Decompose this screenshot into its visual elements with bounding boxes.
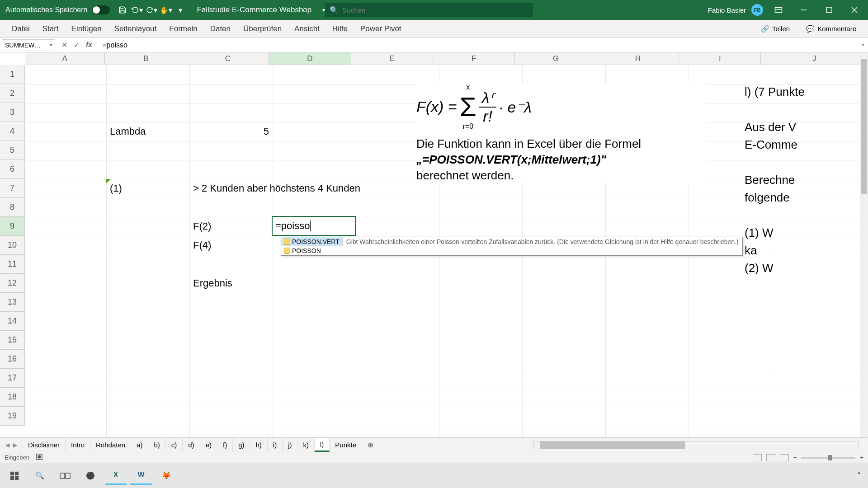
cell-C9[interactable]: F(2)	[189, 217, 273, 236]
horizontal-scrollbar[interactable]	[533, 441, 859, 449]
col-header-H[interactable]: H	[597, 52, 679, 65]
sheet-tab[interactable]: h)	[250, 438, 267, 452]
vertical-scrollbar[interactable]	[860, 52, 868, 437]
ribbon-tab-überprüfen[interactable]: Überprüfen	[237, 20, 288, 38]
formula-input[interactable]: =poisso	[99, 41, 858, 49]
touch-mode-icon[interactable]: ✋▾	[159, 3, 173, 17]
page-layout-icon[interactable]	[766, 454, 775, 461]
word-taskbar-icon[interactable]: W	[130, 467, 152, 485]
row-header-19[interactable]: 19	[0, 407, 24, 426]
ribbon-tab-datei[interactable]: Datei	[5, 20, 36, 38]
row-header-9[interactable]: 9	[0, 217, 24, 236]
col-header-J[interactable]: J	[761, 52, 868, 65]
expand-formula-icon[interactable]: ▾	[858, 42, 868, 48]
row-header-12[interactable]: 12	[0, 274, 24, 293]
row-header-15[interactable]: 15	[0, 331, 24, 350]
col-header-E[interactable]: E	[351, 52, 433, 65]
sheet-tab[interactable]: d)	[183, 438, 200, 452]
ribbon-tab-formeln[interactable]: Formeln	[163, 20, 203, 38]
cell-B4[interactable]: Lambda	[106, 122, 189, 141]
row-header-13[interactable]: 13	[0, 293, 24, 312]
editing-cell[interactable]: =poisso	[272, 216, 356, 236]
excel-taskbar-icon[interactable]: X	[105, 467, 127, 485]
autosave-toggle[interactable]: Automatisches Speichern	[0, 5, 115, 14]
cell-B7[interactable]: (1)	[106, 179, 189, 198]
row-header-11[interactable]: 11	[0, 255, 24, 274]
ribbon-options-icon[interactable]	[769, 1, 788, 19]
col-header-A[interactable]: A	[25, 52, 105, 65]
redo-icon[interactable]: ▾	[144, 3, 159, 17]
sheet-tab[interactable]: e)	[200, 438, 217, 452]
fx-icon[interactable]: fx	[86, 41, 92, 49]
firefox-taskbar-icon[interactable]: 🦊	[156, 467, 177, 485]
cell-C10[interactable]: F(4)	[189, 236, 273, 255]
toggle-icon[interactable]	[92, 5, 110, 14]
name-box[interactable]: SUMMEW… ▾	[2, 39, 55, 51]
row-header-3[interactable]: 3	[0, 103, 24, 122]
row-header-8[interactable]: 8	[0, 198, 24, 217]
next-sheet-icon[interactable]: ▶	[13, 442, 17, 448]
sheet-tab[interactable]: Intro	[66, 438, 90, 452]
cell-C4[interactable]: 5	[189, 122, 273, 141]
user-name[interactable]: Fabio Basler	[708, 6, 746, 14]
ribbon-tab-hilfe[interactable]: Hilfe	[326, 20, 354, 38]
close-icon[interactable]	[844, 1, 864, 19]
col-header-G[interactable]: G	[515, 52, 597, 65]
qat-dropdown-icon[interactable]: ▾	[173, 3, 188, 17]
cell-C7[interactable]: > 2 Kunden aber höchstens 4 Kunden	[189, 179, 439, 198]
sheet-tab[interactable]: b)	[148, 438, 165, 452]
zoom-slider[interactable]	[801, 457, 855, 459]
share-button[interactable]: 🔗Teilen	[755, 22, 796, 36]
col-header-B[interactable]: B	[105, 52, 187, 65]
sheet-tab[interactable]: Rohdaten	[90, 438, 131, 452]
autocomplete-item[interactable]: POISSON.VERT	[281, 237, 342, 246]
row-header-5[interactable]: 5	[0, 141, 24, 160]
start-button[interactable]	[4, 467, 25, 485]
macro-record-icon[interactable]	[36, 453, 43, 462]
row-header-18[interactable]: 18	[0, 388, 24, 407]
undo-icon[interactable]: ▾	[130, 3, 144, 17]
autocomplete-item[interactable]: POISSON	[281, 246, 742, 255]
row-header-7[interactable]: 7	[0, 179, 24, 198]
ribbon-tab-seitenlayout[interactable]: Seitenlayout	[108, 20, 163, 38]
col-header-F[interactable]: F	[433, 52, 515, 65]
sheet-tab[interactable]: a)	[131, 438, 148, 452]
row-header-16[interactable]: 16	[0, 350, 24, 369]
comments-button[interactable]: 💬Kommentare	[800, 22, 863, 36]
ribbon-tab-ansicht[interactable]: Ansicht	[288, 20, 326, 38]
search-input[interactable]	[342, 6, 528, 14]
cells-area[interactable]: Lambda5(1)> 2 Kunden aber höchstens 4 Ku…	[25, 65, 868, 463]
row-header-2[interactable]: 2	[0, 84, 24, 103]
scrollbar-thumb[interactable]	[540, 441, 685, 449]
sheet-tab[interactable]: i)	[268, 438, 283, 452]
sheet-tab[interactable]: c)	[166, 438, 183, 452]
search-taskbar-icon[interactable]: 🔍	[29, 467, 51, 485]
sheet-tab[interactable]: Disclaimer	[23, 438, 66, 452]
page-break-icon[interactable]	[780, 454, 789, 461]
col-header-D[interactable]: D	[269, 52, 351, 65]
cell-C12[interactable]: Ergebnis	[189, 274, 273, 293]
accept-formula-icon[interactable]: ✓	[74, 41, 80, 49]
row-header-14[interactable]: 14	[0, 312, 24, 331]
normal-view-icon[interactable]	[753, 454, 762, 461]
tray-chevron-icon[interactable]: ˄	[857, 471, 861, 480]
row-header-10[interactable]: 10	[0, 236, 24, 255]
sheet-tab[interactable]: l)	[315, 438, 330, 452]
row-header-4[interactable]: 4	[0, 122, 24, 141]
search-box[interactable]: 🔍	[325, 3, 533, 17]
add-sheet-button[interactable]: ⊕	[362, 438, 379, 452]
maximize-icon[interactable]	[819, 1, 839, 19]
obs-icon[interactable]: ⚫	[80, 467, 101, 485]
avatar[interactable]: FB	[751, 4, 763, 16]
prev-sheet-icon[interactable]: ◀	[5, 442, 9, 448]
cancel-formula-icon[interactable]: ✕	[61, 41, 67, 49]
row-header-17[interactable]: 17	[0, 369, 24, 388]
sheet-tab[interactable]: k)	[297, 438, 315, 452]
ribbon-tab-einfügen[interactable]: Einfügen	[65, 20, 108, 38]
sheet-tab[interactable]: j)	[283, 438, 297, 452]
sheet-tab[interactable]: f)	[217, 438, 233, 452]
row-header-1[interactable]: 1	[0, 65, 24, 84]
zoom-in-icon[interactable]: +	[860, 454, 863, 461]
sheet-nav[interactable]: ◀▶	[0, 442, 23, 448]
task-view-icon[interactable]	[54, 467, 76, 485]
